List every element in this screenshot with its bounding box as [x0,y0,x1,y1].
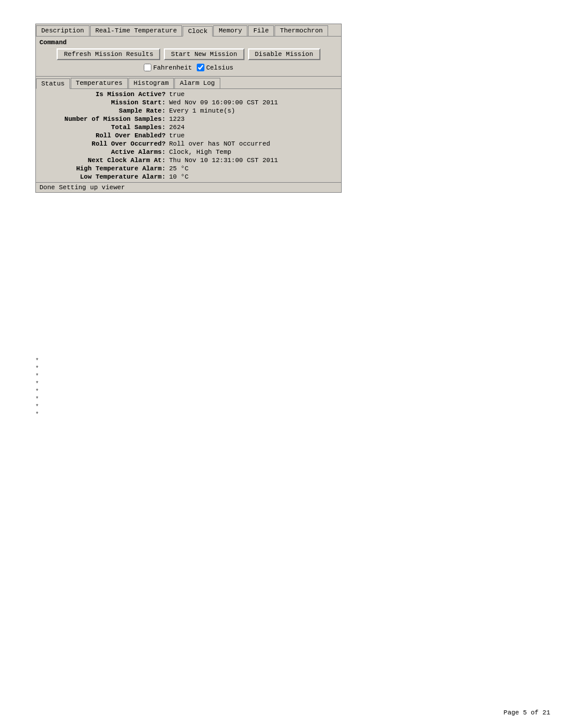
row-label-1: Mission Start: [39,99,169,106]
row-label-7: Active Alarms: [39,149,169,156]
row-label-9: High Temperature Alarm: [39,165,169,172]
fahrenheit-checkbox[interactable] [144,64,151,71]
row-value-8: Thu Nov 10 12:31:00 CST 2011 [169,157,338,164]
inner-tab-alarm-log[interactable]: Alarm Log [174,78,220,88]
row-value-10: 10 °C [169,173,338,180]
inner-tab-temperatures[interactable]: Temperatures [71,78,128,88]
top-tabs-row: Description Real-Time Temperature Clock … [36,24,341,37]
row-value-9: 25 °C [169,165,338,172]
temp-units-row: Fahrenheit Celsius [39,64,338,71]
row-value-6: Roll over has NOT occurred [169,140,338,147]
inner-tab-status[interactable]: Status [36,78,70,89]
status-bar: Done Setting up viewer [36,182,341,192]
table-row: Active Alarms: Clock, High Temp [36,148,341,156]
fahrenheit-label[interactable]: Fahrenheit [144,64,192,71]
row-value-1: Wed Nov 09 16:09:00 CST 2011 [169,99,338,106]
page-container: Description Real-Time Temperature Clock … [0,0,562,728]
table-row: High Temperature Alarm: 25 °C [36,164,341,173]
table-row: Number of Mission Samples: 1223 [36,115,341,123]
row-value-5: true [169,132,338,139]
tab-file[interactable]: File [248,25,274,36]
row-value-2: Every 1 minute(s) [169,107,338,114]
bullet-1: * [35,365,550,372]
inner-tab-histogram[interactable]: Histogram [128,78,174,88]
bullet-3: * [35,381,550,387]
row-value-0: true [169,91,338,98]
table-row: Roll Over Occurred? Roll over has NOT oc… [36,140,341,148]
row-label-0: Is Mission Active? [39,91,169,98]
row-value-7: Clock, High Temp [169,149,338,156]
table-row: Is Mission Active? true [36,90,341,98]
disable-mission-button[interactable]: Disable Mission [248,48,320,60]
celsius-checkbox[interactable] [197,64,204,71]
celsius-label[interactable]: Celsius [197,64,233,71]
bullet-2: * [35,373,550,380]
refresh-mission-results-button[interactable]: Refresh Mission Results [57,48,160,60]
table-row: Sample Rate: Every 1 minute(s) [36,107,341,115]
tab-realtime-temperature[interactable]: Real-Time Temperature [90,25,183,36]
row-label-8: Next Clock Alarm At: [39,157,169,164]
command-buttons: Refresh Mission Results Start New Missio… [39,48,338,60]
bullet-7: * [35,411,550,418]
tab-thermochron[interactable]: Thermochron [275,25,328,36]
row-label-4: Total Samples: [39,124,169,131]
table-row: Next Clock Alarm At: Thu Nov 10 12:31:00… [36,156,341,164]
row-value-4: 2624 [169,124,338,131]
row-label-5: Roll Over Enabled? [39,132,169,139]
status-table: Is Mission Active? true Mission Start: W… [36,89,341,182]
row-value-3: 1223 [169,116,338,123]
row-label-2: Sample Rate: [39,107,169,114]
start-new-mission-button[interactable]: Start New Mission [164,48,244,60]
table-row: Low Temperature Alarm: 10 °C [36,173,341,181]
table-row: Total Samples: 2624 [36,123,341,131]
page-number: Page 5 of 21 [504,709,550,716]
tab-description[interactable]: Description [36,25,90,36]
bullets-section: * * * * * * * * [35,358,550,418]
bullet-0: * [35,358,550,364]
main-panel: Description Real-Time Temperature Clock … [35,24,342,193]
row-label-6: Roll Over Occurred? [39,140,169,147]
row-label-3: Number of Mission Samples: [39,116,169,123]
bullet-4: * [35,388,550,395]
fahrenheit-text: Fahrenheit [153,64,192,71]
command-section: Command Refresh Mission Results Start Ne… [36,37,341,76]
celsius-text: Celsius [206,64,233,71]
command-label: Command [39,39,338,46]
tab-clock[interactable]: Clock [183,26,213,37]
tab-memory[interactable]: Memory [213,25,247,36]
inner-tabs-row: Status Temperatures Histogram Alarm Log [36,76,341,89]
table-row: Roll Over Enabled? true [36,131,341,140]
bullet-6: * [35,404,550,410]
row-label-10: Low Temperature Alarm: [39,173,169,180]
bullet-5: * [35,396,550,403]
table-row: Mission Start: Wed Nov 09 16:09:00 CST 2… [36,98,341,107]
